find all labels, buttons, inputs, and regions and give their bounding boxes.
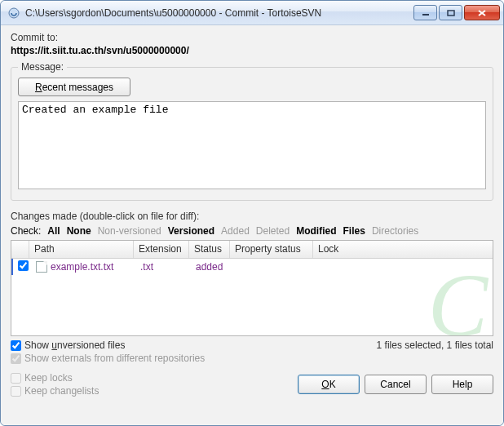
row-path: example.txt.txt [51,261,113,273]
commit-to-label: Commit to: [11,32,493,43]
changes-label: Changes made (double-click on file for d… [11,211,493,222]
file-icon [36,261,47,273]
check-none[interactable]: None [67,225,91,237]
commit-dialog: C:\Users\sgordon\Documents\u5000000000 -… [0,0,504,426]
commit-to-url: https://it.siit.tu.ac.th/svn/u5000000000… [11,45,493,56]
row-extension: .txt [135,260,191,274]
app-icon [7,7,20,20]
check-filter-bar: Check: All None Non-versioned Versioned … [11,225,493,237]
check-all[interactable]: All [47,225,60,237]
titlebar[interactable]: C:\Users\sgordon\Documents\u5000000000 -… [1,1,503,25]
commit-message-input[interactable] [18,101,486,189]
svg-rect-2 [448,11,454,16]
check-added[interactable]: Added [221,225,250,237]
recent-messages-button[interactable]: Recent messages [18,78,130,96]
table-row[interactable]: example.txt.txt .txt added [11,259,493,275]
minimize-button[interactable] [413,5,437,20]
keep-changelists-checkbox: Keep changelists [11,385,99,397]
file-list[interactable]: C Path Extension Status Property status … [11,240,493,336]
row-checkbox[interactable] [18,260,29,271]
row-status: added [191,260,232,274]
check-nonversioned[interactable]: Non-versioned [98,225,161,237]
col-property-status[interactable]: Property status [230,241,313,258]
show-externals-checkbox: Show externals from different repositori… [11,353,205,364]
svg-point-0 [9,8,19,18]
check-modified[interactable]: Modified [296,225,336,237]
row-lock [315,265,364,268]
message-legend: Message: [18,61,67,73]
selection-status: 1 files selected, 1 files total [377,339,493,364]
check-files[interactable]: Files [343,225,365,237]
message-group: Message: Recent messages [11,61,493,201]
check-versioned[interactable]: Versioned [168,225,214,237]
col-extension[interactable]: Extension [134,241,189,258]
show-unversioned-checkbox[interactable]: Show unversioned files [11,339,205,351]
col-path[interactable]: Path [29,241,134,258]
bottom-row: Keep locks Keep changelists OK Cancel He… [11,372,493,397]
keep-locks-checkbox: Keep locks [11,372,99,384]
check-label: Check: [11,225,41,237]
help-button[interactable]: Help [431,375,493,394]
file-list-header[interactable]: Path Extension Status Property status Lo… [11,241,493,259]
ok-button[interactable]: OK [298,375,360,394]
window-title: C:\Users\sgordon\Documents\u5000000000 -… [25,7,413,19]
check-deleted[interactable]: Deleted [256,225,290,237]
client-area: Commit to: https://it.siit.tu.ac.th/svn/… [1,25,503,425]
col-status[interactable]: Status [189,241,230,258]
row-propstatus [232,265,315,268]
cancel-button[interactable]: Cancel [365,375,427,394]
check-directories[interactable]: Directories [372,225,418,237]
col-lock[interactable]: Lock [313,241,362,258]
close-button[interactable] [464,5,500,20]
maximize-button[interactable] [439,5,462,20]
below-list: Show unversioned files Show externals fr… [11,339,493,364]
